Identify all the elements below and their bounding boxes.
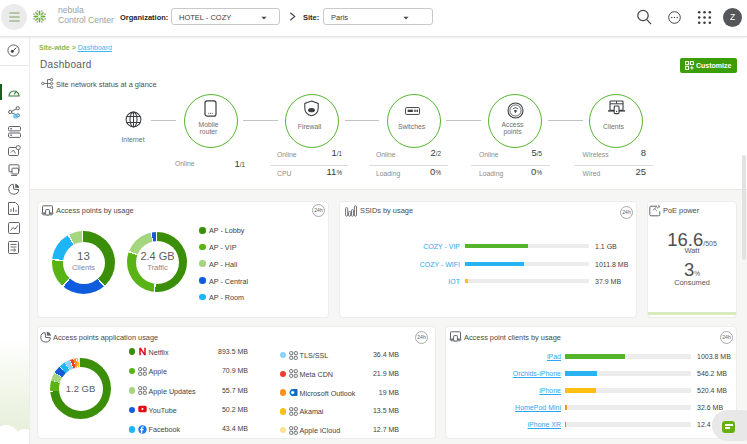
svg-text:24h: 24h <box>314 207 323 213</box>
svg-text:24h: 24h <box>417 334 426 340</box>
svg-text:24h: 24h <box>722 334 731 340</box>
svg-text:24h: 24h <box>622 209 631 215</box>
